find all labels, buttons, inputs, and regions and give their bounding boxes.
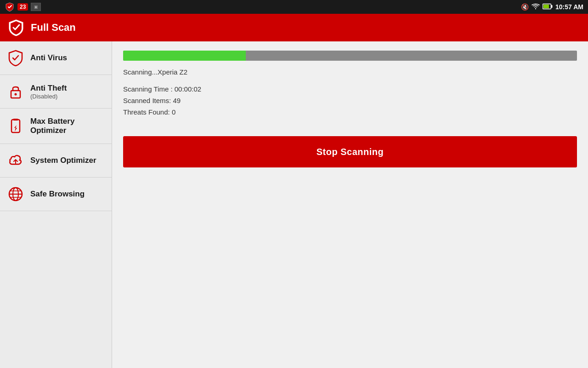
content-area: Scanning...Xperia Z2 Scanning Time : 00:…: [112, 41, 588, 368]
wifi-icon: [531, 3, 540, 11]
battery-text: Max Battery Optimizer: [30, 117, 104, 135]
app-header: Full Scan: [0, 14, 588, 41]
status-right-icons: 🔇 10:57 AM: [521, 3, 583, 11]
bolt-icon: [7, 118, 24, 134]
mcafee-status-icon: [5, 2, 15, 12]
main-layout: Anti Virus Anti Theft (Disabled): [0, 41, 588, 368]
safe-browsing-text: Safe Browsing: [30, 190, 104, 199]
progress-bar-fill: [123, 51, 246, 61]
stop-scanning-button[interactable]: Stop Scanning: [123, 136, 577, 167]
svg-rect-1: [551, 5, 553, 8]
anti-theft-sublabel: (Disabled): [30, 93, 104, 100]
anti-virus-label: Anti Virus: [30, 53, 104, 63]
scan-status-text: Scanning...Xperia Z2: [123, 68, 577, 76]
mute-icon: 🔇: [521, 3, 529, 11]
sidebar-item-battery[interactable]: Max Battery Optimizer: [0, 109, 112, 144]
anti-theft-text: Anti Theft (Disabled): [30, 84, 104, 100]
shield-icon: [7, 50, 24, 66]
sidebar-item-anti-virus[interactable]: Anti Virus: [0, 41, 112, 75]
notification-badge: 23: [17, 3, 28, 11]
system-text: System Optimizer: [30, 156, 104, 165]
svg-point-4: [15, 93, 17, 96]
progress-bar-container: [123, 51, 577, 61]
svg-rect-5: [11, 120, 20, 132]
globe-icon: [7, 186, 24, 202]
cloud-icon: [7, 152, 24, 169]
status-bar: 23 ▣ 🔇 10:57 AM: [0, 0, 588, 14]
status-left-icons: 23 ▣: [5, 2, 41, 12]
threats-found: Threats Found: 0: [123, 108, 577, 116]
scanned-items: Scanned Items: 49: [123, 97, 577, 104]
anti-theft-label: Anti Theft: [30, 84, 104, 93]
svg-rect-6: [13, 119, 18, 121]
sidebar: Anti Virus Anti Theft (Disabled): [0, 41, 112, 368]
svg-rect-2: [543, 5, 549, 8]
app-logo: [7, 18, 25, 37]
sidebar-item-safe-browsing[interactable]: Safe Browsing: [0, 178, 112, 211]
sidebar-item-system[interactable]: System Optimizer: [0, 144, 112, 178]
battery-label: Max Battery Optimizer: [30, 117, 104, 135]
battery-icon: [543, 3, 553, 11]
image-status-icon: ▣: [31, 3, 41, 11]
sidebar-item-anti-theft[interactable]: Anti Theft (Disabled): [0, 75, 112, 109]
time-display: 10:57 AM: [555, 3, 583, 11]
lock-icon: [7, 83, 24, 100]
header-title: Full Scan: [31, 22, 76, 34]
system-label: System Optimizer: [30, 156, 104, 165]
anti-virus-text: Anti Virus: [30, 53, 104, 63]
safe-browsing-label: Safe Browsing: [30, 190, 104, 199]
scanning-time: Scanning Time : 00:00:02: [123, 85, 577, 93]
